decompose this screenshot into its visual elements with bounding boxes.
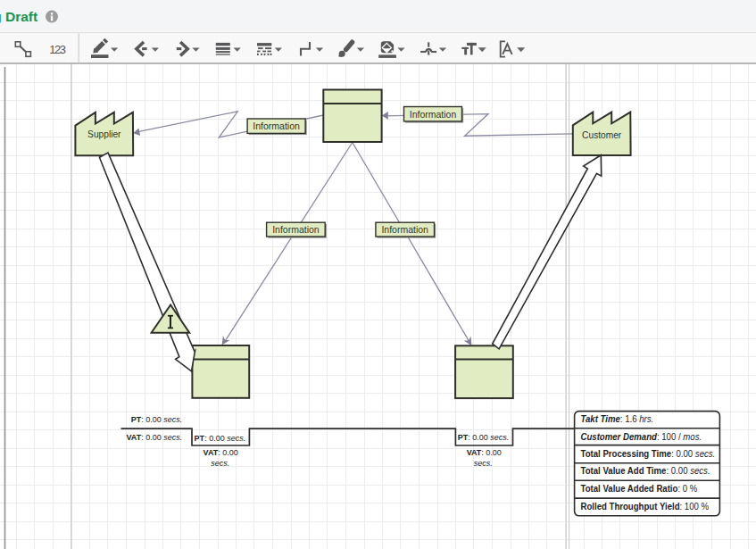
svg-text:Customer: Customer — [582, 130, 622, 140]
svg-text:Total Processing Time: 0.00 se: Total Processing Time: 0.00 secs. — [581, 448, 716, 459]
svg-text:Information: Information — [381, 224, 428, 235]
svg-text:Total Value Add Time: 0.00 sec: Total Value Add Time: 0.00 secs. — [581, 466, 710, 477]
svg-text:Information: Information — [272, 224, 320, 235]
svg-text:secs.: secs. — [211, 459, 229, 468]
svg-text:secs.: secs. — [474, 459, 493, 468]
svg-text:Supplier: Supplier — [87, 129, 121, 139]
svg-text:Total Value Added Ratio: 0 %: Total Value Added Ratio: 0 % — [581, 484, 698, 495]
svg-text:Information: Information — [410, 109, 457, 120]
svg-text:123: 123 — [49, 43, 65, 56]
svg-text:PT: 0.00 secs.: PT: 0.00 secs. — [131, 415, 183, 424]
svg-text:PT: 0.00 secs.: PT: 0.00 secs. — [195, 434, 246, 443]
svg-text:VAT: 0.00 secs.: VAT: 0.00 secs. — [127, 433, 183, 442]
svg-text:Takt Time: 1.6 hrs.: Takt Time: 1.6 hrs. — [581, 414, 654, 425]
svg-text:Information: Information — [253, 121, 300, 131]
svg-text:PT: 0.00 secs.: PT: 0.00 secs. — [458, 433, 510, 442]
svg-text:Customer Demand: 100 / mos.: Customer Demand: 100 / mos. — [581, 431, 702, 442]
svg-text:VAT: 0.00: VAT: 0.00 — [204, 448, 238, 457]
svg-text:Rolled Throughput Yield: 100 %: Rolled Throughput Yield: 100 % — [581, 501, 710, 512]
svg-text:g Draft: g Draft — [0, 9, 37, 24]
svg-text:VAT: 0.00: VAT: 0.00 — [467, 448, 502, 457]
